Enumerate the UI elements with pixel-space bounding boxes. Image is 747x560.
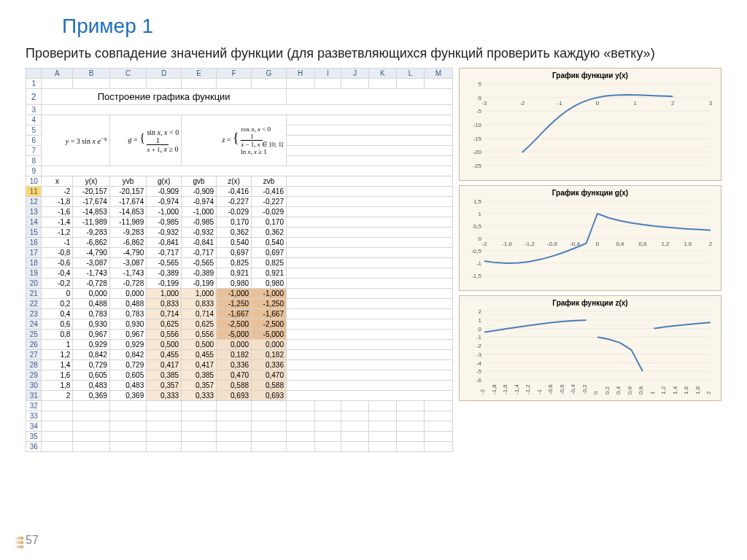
svg-text:-2: -2	[481, 241, 487, 247]
chart-y-title: График функции y(x)	[464, 71, 716, 79]
svg-text:-2: -2	[519, 100, 525, 106]
svg-text:2: 2	[479, 308, 482, 315]
svg-text:1,8: 1,8	[694, 386, 701, 395]
svg-text:0,5: 0,5	[473, 223, 482, 230]
svg-text:1,5: 1,5	[473, 198, 482, 205]
chart-g: График функции g(x) 1,510,50-0,5-1-1,5-2…	[459, 185, 721, 291]
chart-y: График функции y(x) 50-5-10-15-20-25-3-2…	[459, 68, 721, 181]
page-decoration	[15, 545, 23, 548]
svg-text:-1: -1	[476, 335, 482, 341]
svg-text:2: 2	[709, 241, 713, 247]
svg-text:-5: -5	[476, 109, 482, 115]
svg-text:-10: -10	[473, 122, 481, 128]
svg-text:-25: -25	[473, 163, 481, 169]
svg-text:-0,8: -0,8	[547, 384, 554, 394]
svg-text:3: 3	[709, 100, 713, 106]
svg-text:1,4: 1,4	[672, 386, 678, 395]
svg-text:-0,2: -0,2	[581, 384, 588, 394]
svg-text:5: 5	[479, 81, 482, 88]
svg-text:-5: -5	[476, 369, 482, 376]
svg-text:0,4: 0,4	[616, 241, 624, 247]
svg-text:-3: -3	[476, 351, 482, 358]
svg-text:0,2: 0,2	[604, 386, 611, 395]
svg-text:-15: -15	[473, 136, 481, 142]
svg-text:1,2: 1,2	[660, 386, 667, 395]
svg-text:0,6: 0,6	[627, 386, 633, 395]
svg-text:0: 0	[596, 100, 600, 106]
svg-text:-1,2: -1,2	[525, 384, 531, 394]
svg-text:-1,6: -1,6	[502, 384, 508, 394]
svg-text:-6: -6	[476, 377, 482, 384]
slide-subtitle: Проверить совпадение значений функции (д…	[26, 45, 721, 62]
svg-text:-20: -20	[473, 149, 481, 156]
svg-text:-0,8: -0,8	[547, 241, 557, 247]
slide-title: Пример 1	[62, 15, 721, 38]
svg-text:1: 1	[633, 100, 637, 106]
svg-text:0,4: 0,4	[615, 386, 622, 395]
svg-text:-3: -3	[481, 100, 487, 106]
svg-text:-1,6: -1,6	[502, 241, 512, 247]
svg-text:-4: -4	[476, 360, 482, 367]
svg-text:1: 1	[479, 211, 482, 217]
svg-text:-2: -2	[479, 389, 486, 395]
svg-text:0,8: 0,8	[638, 241, 647, 247]
svg-text:1: 1	[479, 317, 482, 324]
svg-text:-0,5: -0,5	[471, 248, 481, 254]
svg-text:-1: -1	[557, 100, 563, 106]
svg-text:2: 2	[705, 391, 712, 394]
svg-text:1: 1	[649, 391, 656, 394]
svg-text:1,2: 1,2	[661, 241, 670, 247]
page-decoration	[15, 541, 23, 544]
svg-text:0,8: 0,8	[638, 386, 644, 395]
svg-text:-1,5: -1,5	[471, 273, 481, 279]
svg-text:-1: -1	[536, 389, 543, 395]
excel-screenshot: ABCDEFGHIJKLM12Построение графика функци…	[26, 68, 453, 452]
svg-text:-0,6: -0,6	[559, 384, 565, 394]
chart-z: График функции z(x) 210-1-2-3-4-5-6-2-1,…	[459, 295, 721, 401]
chart-g-title: График функции g(x)	[464, 189, 716, 197]
svg-text:1,6: 1,6	[683, 386, 689, 395]
svg-text:-1,8: -1,8	[491, 384, 498, 394]
svg-text:-1,4: -1,4	[514, 384, 520, 394]
svg-text:0: 0	[596, 241, 600, 247]
svg-text:-1: -1	[476, 260, 482, 267]
svg-text:0: 0	[479, 326, 482, 332]
chart-z-title: График функции z(x)	[464, 299, 716, 307]
svg-text:-0,4: -0,4	[570, 384, 576, 394]
page-decoration	[15, 537, 23, 540]
svg-text:0: 0	[592, 391, 599, 394]
svg-text:-2: -2	[476, 343, 482, 349]
svg-text:1,6: 1,6	[684, 241, 692, 247]
svg-text:2: 2	[671, 100, 675, 106]
svg-text:-1,2: -1,2	[525, 241, 535, 247]
page-number: 57	[26, 534, 39, 547]
